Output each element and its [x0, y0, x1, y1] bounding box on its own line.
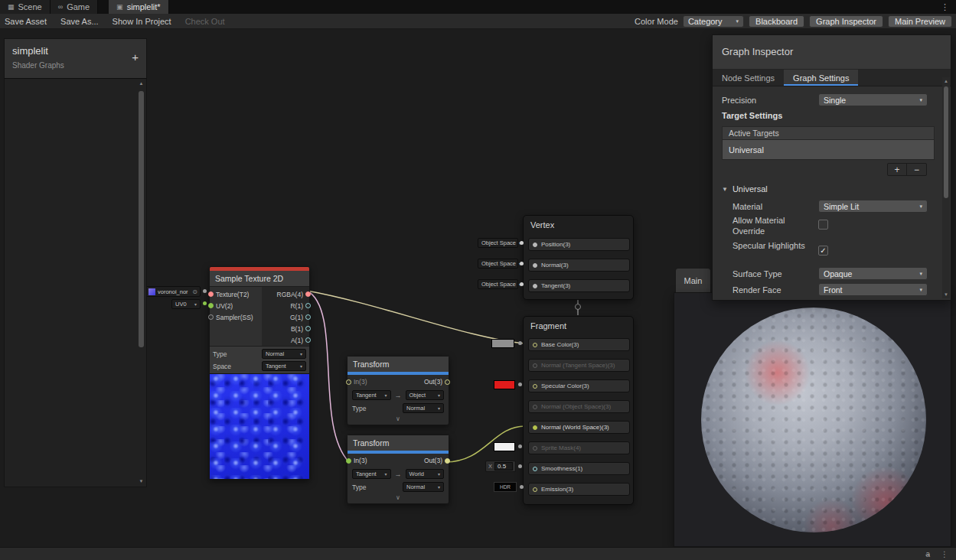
port-dot-texture[interactable]	[208, 291, 214, 297]
port-dot[interactable]	[533, 487, 537, 492]
scrollbar-thumb[interactable]	[944, 86, 948, 198]
node-title[interactable]: Sample Texture 2D	[210, 271, 309, 286]
texture-object-field[interactable]: voronoi_nor ⊙	[145, 286, 201, 297]
sample-texture-2d-node[interactable]: Sample Texture 2D Texture(T2) UV(2) Samp…	[209, 266, 310, 480]
float-value[interactable]: 0.5	[494, 462, 513, 470]
active-target-universal[interactable]: Universal	[722, 140, 935, 160]
color-mode-dropdown[interactable]: Category ▾	[683, 15, 744, 28]
output-port-out3[interactable]: Out(3)	[424, 378, 446, 386]
tab-scene[interactable]: ▦ Scene	[0, 0, 51, 14]
graph-inspector-toggle-button[interactable]: Graph Inspector	[809, 15, 883, 28]
port-dot[interactable]	[533, 405, 537, 409]
vertex-port-tangent[interactable]: Tangent(3)	[528, 279, 630, 292]
blackboard-scrollbar[interactable]: ▲ ▼	[137, 80, 145, 485]
port-dot-out[interactable]	[445, 458, 450, 464]
fragment-port-specular-color[interactable]: Specular Color(3)	[528, 379, 630, 392]
scroll-up-icon[interactable]: ▲	[139, 80, 144, 87]
autosave-disabled-icon[interactable]: a	[925, 550, 930, 558]
port-dot[interactable]	[533, 384, 537, 389]
surface-type-dropdown[interactable]: Opaque ▾	[818, 267, 928, 280]
scroll-down-icon[interactable]: ▼	[139, 478, 144, 485]
port-dot-in[interactable]	[346, 458, 351, 464]
scroll-down-icon[interactable]: ▼	[944, 291, 948, 298]
fragment-port-normal-tangent[interactable]: Normal (Tangent Space)(3)	[528, 359, 630, 372]
output-port-r[interactable]: R(1)	[263, 300, 309, 311]
vertex-tangent-space-dropdown[interactable]: Object Space ▾	[478, 279, 518, 289]
port-dot-sampler[interactable]	[208, 314, 214, 320]
port-dot-b[interactable]	[305, 326, 311, 331]
type-dropdown[interactable]: Normal ▾	[403, 482, 444, 492]
input-port-sampler[interactable]: Sampler(SS)	[210, 311, 266, 323]
input-port-texture[interactable]: Texture(T2)	[210, 288, 266, 300]
port-dot[interactable]	[533, 263, 537, 268]
vertex-normal-space-dropdown[interactable]: Object Space ▾	[478, 259, 518, 269]
port-dot-uv[interactable]	[208, 303, 214, 308]
port-dot-r[interactable]	[305, 303, 311, 308]
collapse-chevron-icon[interactable]: ∨	[347, 494, 449, 503]
base-color-swatch[interactable]	[491, 339, 514, 348]
fragment-block[interactable]: Fragment Base Color(3) Normal (Tangent S…	[523, 316, 634, 505]
tab-bar-menu-icon[interactable]: ⋮	[934, 0, 956, 14]
output-port-rgba[interactable]: RGBA(4)	[263, 288, 309, 300]
from-space-dropdown[interactable]: Tangent ▾	[352, 469, 391, 479]
port-dot-in[interactable]	[346, 379, 351, 385]
status-menu-icon[interactable]: ⋮	[941, 550, 948, 558]
allow-material-override-checkbox[interactable]	[818, 220, 828, 230]
add-property-button[interactable]: +	[132, 50, 139, 63]
main-preview-toggle-button[interactable]: Main Preview	[888, 15, 952, 28]
port-dot[interactable]	[533, 467, 537, 471]
transform-node-object[interactable]: Transform In(3) Out(3) Tangent ▾ → Objec…	[347, 356, 449, 425]
from-space-dropdown[interactable]: Tangent ▾	[352, 390, 391, 400]
collapse-chevron-icon[interactable]: ∨	[347, 415, 449, 425]
tab-node-settings[interactable]: Node Settings	[713, 70, 784, 86]
port-dot[interactable]	[533, 363, 537, 368]
type-dropdown[interactable]: Normal ▾	[262, 349, 306, 359]
fragment-port-normal-object[interactable]: Normal (Object Space)(3)	[528, 400, 630, 413]
universal-foldout[interactable]: ▼ Universal	[722, 184, 768, 194]
precision-dropdown[interactable]: Single ▾	[818, 93, 928, 106]
object-picker-icon[interactable]: ⊙	[192, 288, 197, 295]
output-port-a[interactable]: A(1)	[263, 334, 309, 346]
port-dot[interactable]	[533, 446, 537, 451]
port-dot[interactable]	[533, 425, 537, 430]
vertex-position-space-dropdown[interactable]: Object Space ▾	[478, 238, 518, 248]
port-dot-out[interactable]	[445, 379, 450, 385]
input-port-uv[interactable]: UV(2)	[210, 300, 266, 311]
output-port-out3[interactable]: Out(3)	[424, 457, 446, 464]
type-dropdown[interactable]: Normal ▾	[403, 403, 444, 413]
node-preview-normal-map[interactable]	[210, 373, 309, 479]
add-target-button[interactable]: +	[888, 164, 907, 175]
tab-graph-settings[interactable]: Graph Settings	[784, 70, 858, 86]
fragment-port-emission[interactable]: Emission(3)	[528, 483, 630, 496]
main-preview-body[interactable]	[674, 292, 951, 547]
specular-highlights-checkbox[interactable]: ✓	[818, 246, 828, 256]
space-dropdown[interactable]: Tangent ▾	[262, 361, 306, 371]
scrollbar-thumb[interactable]	[139, 91, 144, 347]
to-space-dropdown[interactable]: World ▾	[406, 469, 445, 479]
to-space-dropdown[interactable]: Object ▾	[406, 390, 445, 400]
preview-sphere[interactable]	[701, 308, 926, 532]
output-port-g[interactable]: G(1)	[263, 311, 309, 323]
sprite-mask-swatch[interactable]	[494, 442, 515, 451]
emission-hdr-swatch[interactable]: HDR	[494, 482, 517, 492]
tab-game[interactable]: ∞ Game	[51, 0, 98, 14]
node-title[interactable]: Transform	[347, 357, 449, 372]
save-as-button[interactable]: Save As...	[57, 17, 102, 26]
fragment-port-base-color[interactable]: Base Color(3)	[528, 338, 630, 351]
output-port-b[interactable]: B(1)	[263, 323, 309, 334]
material-dropdown[interactable]: Simple Lit ▾	[818, 200, 928, 213]
vertex-port-normal[interactable]: Normal(3)	[528, 259, 630, 272]
main-preview-tab[interactable]: Main	[675, 268, 711, 292]
port-dot[interactable]	[533, 243, 537, 247]
fragment-port-smoothness[interactable]: Smoothness(1)	[528, 462, 630, 475]
specular-color-swatch[interactable]	[494, 380, 515, 389]
input-port-in3[interactable]: In(3)	[350, 457, 367, 464]
show-in-project-button[interactable]: Show In Project	[109, 17, 175, 26]
port-dot-g[interactable]	[305, 314, 311, 320]
uv-channel-dropdown[interactable]: UV0 ▾	[171, 299, 201, 309]
scroll-up-icon[interactable]: ▲	[944, 77, 948, 85]
port-dot[interactable]	[533, 284, 537, 288]
node-title[interactable]: Transform	[347, 435, 449, 451]
blackboard-header[interactable]: simplelit Shader Graphs +	[4, 38, 147, 79]
smoothness-float-field[interactable]: X 0.5	[485, 461, 516, 472]
